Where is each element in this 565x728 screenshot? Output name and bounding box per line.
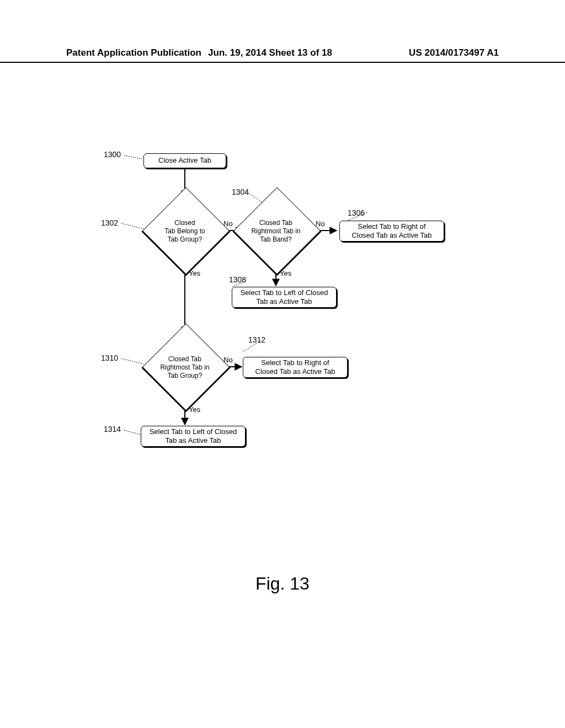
node-label: Close Active Tab: [158, 156, 211, 165]
node-label: Select Tab to Left of Closed Tab as Acti…: [150, 427, 237, 446]
node-label: Closed Tab Belong to Tab Group?: [164, 219, 205, 243]
node-label: Select Tab to Left of Closed Tab as Acti…: [241, 288, 328, 307]
header-right: US 2014/0173497 A1: [409, 47, 499, 58]
process-select-left-band: Select Tab to Left of Closed Tab as Acti…: [232, 287, 337, 308]
header-mid: Jun. 19, 2014 Sheet 13 of 18: [208, 47, 332, 58]
ref-1304: 1304: [232, 188, 249, 196]
svg-line-1: [121, 223, 143, 229]
edge-1304-yes: Yes: [280, 269, 291, 277]
ref-1306: 1306: [348, 208, 365, 217]
svg-line-0: [124, 156, 142, 159]
page-header: Patent Application Publication Jun. 19, …: [0, 47, 565, 63]
figure-caption: Fig. 13: [0, 574, 565, 594]
edge-1302-no: No: [223, 220, 233, 228]
node-label: Closed Tab Rightmost Tab in Tab Band?: [251, 219, 300, 243]
process-select-right-group: Select Tab to Right of Closed Tab as Act…: [243, 357, 348, 378]
header-left: Patent Application Publication: [66, 47, 201, 58]
page: Patent Application Publication Jun. 19, …: [0, 0, 565, 728]
process-select-right-band: Select Tab to Right of Closed Tab as Act…: [339, 221, 444, 242]
node-label: Closed Tab Rightmost Tab in Tab Group?: [160, 355, 209, 379]
process-select-left-group: Select Tab to Left of Closed Tab as Acti…: [141, 426, 246, 447]
ref-1310: 1310: [101, 354, 118, 362]
edge-1310-no: No: [223, 356, 233, 364]
ref-1312: 1312: [248, 335, 265, 344]
edge-1310-yes: Yes: [189, 405, 200, 414]
decision-rightmost-group-label: Closed Tab Rightmost Tab in Tab Group?: [149, 355, 221, 380]
ref-1308: 1308: [229, 275, 246, 284]
svg-line-5: [121, 358, 143, 364]
decision-belong-to-group-label: Closed Tab Belong to Tab Group?: [149, 219, 221, 244]
ref-1300: 1300: [104, 150, 121, 159]
node-label: Select Tab to Right of Closed Tab as Act…: [255, 358, 335, 377]
ref-1314: 1314: [104, 425, 121, 433]
process-close-active-tab: Close Active Tab: [143, 153, 226, 168]
edge-1304-no: No: [316, 220, 325, 228]
decision-rightmost-band-label: Closed Tab Rightmost Tab in Tab Band?: [240, 219, 312, 244]
ref-1302: 1302: [101, 218, 118, 227]
flowchart: Close Active Tab Closed Tab Belong to Ta…: [66, 143, 497, 529]
node-label: Select Tab to Right of Closed Tab as Act…: [352, 222, 432, 240]
svg-line-7: [124, 430, 141, 435]
edge-1302-yes: Yes: [189, 269, 200, 277]
